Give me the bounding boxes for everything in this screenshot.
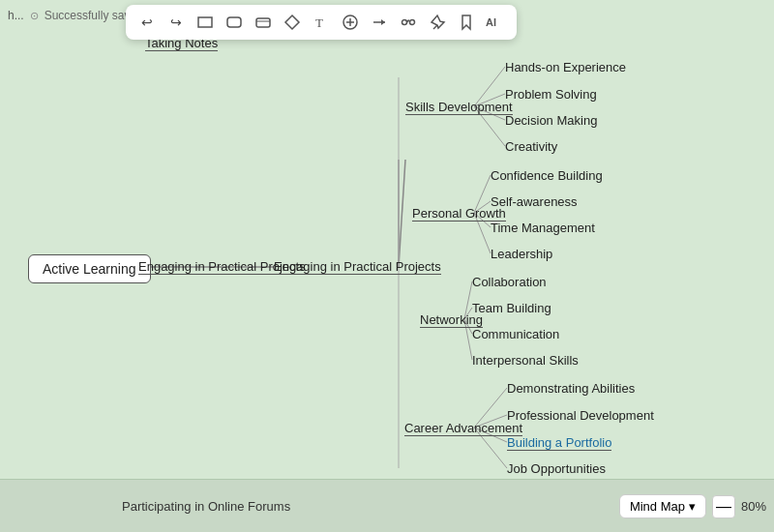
connection-button[interactable] <box>395 9 422 36</box>
leaf-portfolio[interactable]: Building a Portfolio <box>507 435 611 450</box>
svg-point-33 <box>410 20 415 25</box>
leaf-confidence[interactable]: Confidence Building <box>491 168 603 183</box>
leaf-collaboration[interactable]: Collaboration <box>472 275 547 289</box>
arrow-button[interactable] <box>366 9 393 36</box>
leaf-time-mgmt[interactable]: Time Management <box>491 221 595 235</box>
shape3-button[interactable] <box>250 9 277 36</box>
leaf-decision-making[interactable]: Decision Making <box>505 113 597 128</box>
text-button[interactable]: T <box>308 9 335 36</box>
leaf-hands-on[interactable]: Hands-on Experience <box>505 60 626 74</box>
redo-button[interactable]: ↪ <box>163 9 190 36</box>
svg-rect-23 <box>256 18 270 27</box>
leaf-interpersonal[interactable]: Interpersonal Skills <box>472 353 579 368</box>
zoom-minus-button[interactable]: — <box>712 495 735 518</box>
svg-rect-21 <box>198 17 212 27</box>
leaf-job-opps[interactable]: Job Opportunities <box>507 461 606 476</box>
pin-button[interactable] <box>424 9 451 36</box>
svg-line-2 <box>399 160 405 267</box>
bookmark-button[interactable] <box>453 9 480 36</box>
mind-map-button[interactable]: Mind Map ▾ <box>619 494 706 518</box>
leaf-demonstrating[interactable]: Demonstrating Abilities <box>507 381 635 396</box>
zoom-bar: Mind Map ▾ — 80% <box>619 494 766 518</box>
toolbar: ↩ ↪ T AI <box>126 5 517 40</box>
svg-marker-25 <box>285 15 299 29</box>
shape4-button[interactable] <box>279 9 306 36</box>
leaf-team-building[interactable]: Team Building <box>472 301 551 315</box>
career-adv-node[interactable]: Career Advancement <box>404 421 522 435</box>
ai-button[interactable]: AI <box>482 9 509 36</box>
engaging-node-2[interactable]: Engaging in Practical Projects <box>274 259 441 274</box>
skills-dev-node[interactable]: Skills Development <box>405 100 513 114</box>
svg-marker-31 <box>381 19 385 25</box>
rounded-rect-button[interactable] <box>221 9 248 36</box>
leaf-self-awareness[interactable]: Self-awareness <box>491 194 578 209</box>
leaf-problem-solving[interactable]: Problem Solving <box>505 87 597 102</box>
svg-rect-22 <box>227 17 241 27</box>
add-node-button[interactable] <box>337 9 364 36</box>
svg-point-32 <box>402 20 407 25</box>
rect-shape-button[interactable] <box>192 9 219 36</box>
undo-button[interactable]: ↩ <box>134 9 161 36</box>
participating-label: Participating in Online Forums <box>122 499 290 514</box>
svg-text:AI: AI <box>486 16 496 28</box>
save-icon: ⊙ <box>30 10 39 22</box>
leaf-professional-dev[interactable]: Professional Development <box>507 408 654 423</box>
leaf-creativity[interactable]: Creativity <box>505 139 557 154</box>
leaf-communication[interactable]: Communication <box>472 327 559 341</box>
filename-label: h... <box>8 9 24 22</box>
chevron-down-icon: ▾ <box>689 499 696 514</box>
leaf-leadership[interactable]: Leadership <box>491 247 552 261</box>
svg-line-34 <box>433 25 437 29</box>
svg-text:T: T <box>315 15 323 30</box>
root-node[interactable]: Active Learning <box>28 254 151 283</box>
mind-map-label: Mind Map <box>630 499 685 514</box>
zoom-level-label: 80% <box>741 499 766 514</box>
